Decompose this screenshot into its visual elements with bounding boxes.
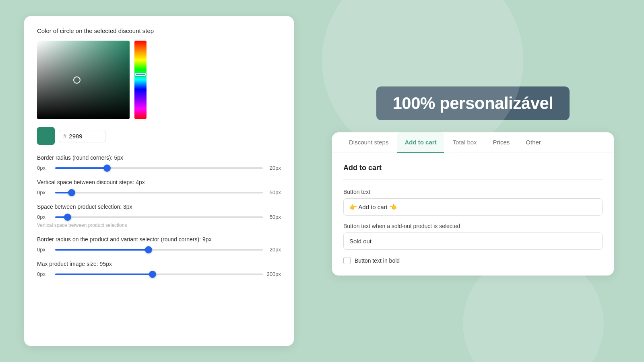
slider-max-3: 20px — [267, 247, 281, 253]
slider-row-1: 0px 50px — [37, 189, 281, 195]
slider-max-2: 50px — [267, 214, 281, 220]
card-section-title: Add to cart — [343, 164, 603, 172]
settings-card: Discount steps Add to cart Total box Pri… — [332, 132, 614, 276]
slider-vertical-space: Vertical space between discount steps: 4… — [37, 179, 281, 195]
slider-track-2[interactable] — [55, 216, 263, 218]
slider-min-0: 0px — [37, 165, 51, 171]
slider-row-4: 0px 200px — [37, 271, 281, 277]
slider-thumb-1[interactable] — [68, 189, 75, 196]
slider-label-3: Border radius on the product and variant… — [37, 236, 281, 243]
color-picker-area — [37, 41, 281, 119]
color-input-row: # — [37, 127, 281, 145]
hue-thumb[interactable] — [135, 73, 146, 76]
slider-fill-3 — [55, 249, 149, 251]
slider-label-1: Vertical space between discount steps: 4… — [37, 179, 281, 185]
slider-track-3[interactable] — [55, 249, 263, 251]
tab-discount-steps[interactable]: Discount steps — [342, 132, 396, 153]
color-swatch[interactable] — [37, 127, 55, 145]
tab-add-to-cart[interactable]: Add to cart — [397, 132, 444, 153]
card-body: Add to cart Button text Button text when… — [332, 152, 614, 276]
right-panel: 100% personalizável Discount steps Add t… — [326, 86, 620, 276]
left-panel: Color of circle on the selected discount… — [24, 16, 294, 346]
slider-min-1: 0px — [37, 189, 51, 195]
slider-label-4: Max product image size: 95px — [37, 261, 281, 267]
color-picker-title: Color of circle on the selected discount… — [37, 27, 281, 34]
slider-product-selection: Space between product selection: 3px 0px… — [37, 204, 281, 228]
tab-prices[interactable]: Prices — [486, 132, 517, 153]
slider-row-0: 0px 20px — [37, 165, 281, 171]
sold-out-input[interactable] — [343, 232, 603, 250]
slider-thumb-4[interactable] — [149, 271, 156, 278]
card-divider — [343, 179, 603, 180]
slider-border-radius-selector: Border radius on the product and variant… — [37, 236, 281, 253]
slider-min-3: 0px — [37, 247, 51, 253]
slider-max-1: 50px — [267, 189, 281, 195]
slider-row-2: 0px 50px — [37, 214, 281, 220]
slider-thumb-2[interactable] — [64, 214, 71, 221]
slider-row-3: 0px 20px — [37, 247, 281, 253]
slider-thumb-0[interactable] — [103, 165, 111, 172]
sold-out-label: Button text when a sold-out product is s… — [343, 223, 603, 229]
slider-fill-4 — [55, 274, 153, 275]
bold-checkbox-row: Button text in bold — [343, 257, 603, 264]
slider-label-2: Space between product selection: 3px — [37, 204, 281, 210]
tab-bar: Discount steps Add to cart Total box Pri… — [332, 132, 614, 153]
bold-checkbox[interactable] — [343, 257, 351, 264]
gradient-thumb[interactable] — [73, 76, 80, 84]
slider-track-1[interactable] — [55, 192, 263, 193]
slider-max-4: 200px — [267, 271, 281, 277]
slider-track-4[interactable] — [55, 274, 263, 275]
slider-max-0: 20px — [267, 165, 281, 171]
hex-input-wrap: # — [59, 130, 105, 142]
hue-slider[interactable] — [134, 41, 147, 119]
slider-label-0: Border radius (round corners): 5px — [37, 154, 281, 161]
hex-hash: # — [63, 133, 66, 140]
bold-label: Button text in bold — [355, 257, 400, 264]
slider-min-4: 0px — [37, 271, 51, 277]
button-text-label: Button text — [343, 189, 603, 195]
hex-input[interactable] — [69, 133, 101, 140]
slider-border-radius: Border radius (round corners): 5px 0px 2… — [37, 154, 281, 171]
tab-total-box[interactable]: Total box — [446, 132, 484, 153]
slider-thumb-3[interactable] — [145, 246, 152, 253]
slider-fill-0 — [55, 167, 107, 169]
slider-min-2: 0px — [37, 214, 51, 220]
hero-badge: 100% personalizável — [376, 86, 569, 120]
slider-track-0[interactable] — [55, 167, 263, 169]
tab-other[interactable]: Other — [518, 132, 548, 153]
color-gradient[interactable] — [37, 41, 130, 119]
slider-max-image-size: Max product image size: 95px 0px 200px — [37, 261, 281, 277]
button-text-input[interactable] — [343, 198, 603, 216]
slider-sublabel-2: Vertical space between product selection… — [37, 222, 281, 228]
